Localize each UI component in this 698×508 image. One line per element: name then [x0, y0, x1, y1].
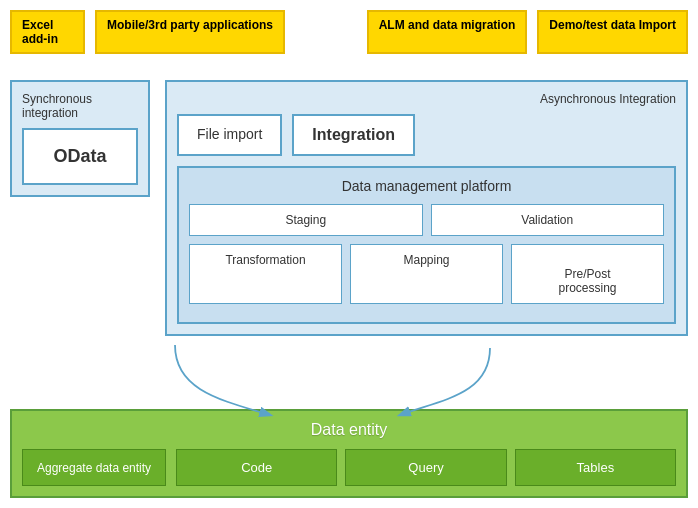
transformation-box: Transformation [189, 244, 342, 304]
file-import-label: File import [197, 126, 262, 142]
integration-label: Integration [312, 126, 395, 143]
bottom-area: Data entity Aggregate data entity Code Q… [10, 409, 688, 498]
transformation-label: Transformation [225, 253, 305, 267]
alm-label: ALM and data migration [379, 18, 516, 32]
dmp-label: Data management platform [189, 178, 664, 194]
validation-box: Validation [431, 204, 665, 236]
mapping-box: Mapping [350, 244, 503, 304]
tables-label: Tables [577, 460, 615, 475]
pre-post-label: Pre/Post processing [558, 267, 616, 295]
demo-test-label: Demo/test data Import [549, 18, 676, 32]
async-label: Asynchronous Integration [177, 92, 676, 106]
diagram-container: Excel add-in Mobile/3rd party applicatio… [0, 0, 698, 508]
code-box: Code [176, 449, 337, 486]
odata-label: OData [53, 146, 106, 166]
async-integration-box: Asynchronous Integration File import Int… [165, 80, 688, 336]
de-row: Aggregate data entity Code Query Tables [22, 449, 676, 486]
mobile-apps-label: Mobile/3rd party applications [107, 18, 273, 32]
mapping-label: Mapping [403, 253, 449, 267]
main-area: Synchronous integration OData Asynchrono… [10, 80, 688, 348]
excel-addin-box: Excel add-in [10, 10, 85, 54]
tables-box: Tables [515, 449, 676, 486]
file-import-box: File import [177, 114, 282, 156]
excel-addin-label: Excel add-in [22, 18, 58, 46]
dmp-row-1: Staging Validation [189, 204, 664, 236]
query-box: Query [345, 449, 506, 486]
pre-post-box: Pre/Post processing [511, 244, 664, 304]
validation-label: Validation [521, 213, 573, 227]
aggregate-data-entity-box: Aggregate data entity [22, 449, 166, 486]
integration-box: Integration [292, 114, 415, 156]
mobile-apps-box: Mobile/3rd party applications [95, 10, 285, 54]
query-label: Query [408, 460, 443, 475]
data-entity-label: Data entity [22, 421, 676, 439]
dmp-box: Data management platform Staging Validat… [177, 166, 676, 324]
async-top-row: File import Integration [177, 114, 676, 156]
de-sub-items: Code Query Tables [176, 449, 676, 486]
top-boxes-row: Excel add-in Mobile/3rd party applicatio… [10, 10, 688, 54]
staging-box: Staging [189, 204, 423, 236]
sync-integration-box: Synchronous integration OData [10, 80, 150, 197]
alm-box: ALM and data migration [367, 10, 528, 54]
demo-test-box: Demo/test data Import [537, 10, 688, 54]
staging-label: Staging [285, 213, 326, 227]
odata-box: OData [22, 128, 138, 185]
sync-label: Synchronous integration [22, 92, 138, 120]
data-entity-box: Data entity Aggregate data entity Code Q… [10, 409, 688, 498]
aggregate-label: Aggregate data entity [37, 461, 151, 475]
code-label: Code [241, 460, 272, 475]
dmp-row-2: Transformation Mapping Pre/Post processi… [189, 244, 664, 304]
